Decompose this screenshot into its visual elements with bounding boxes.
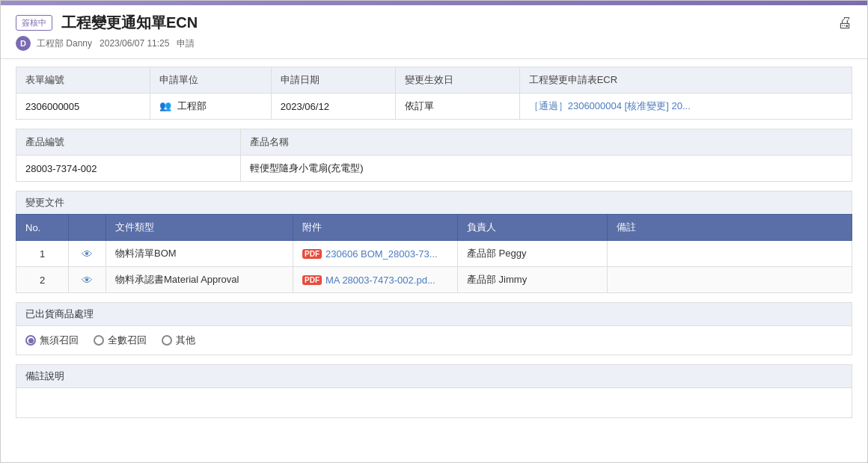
info-table: 表單編號 申請單位 申請日期 變更生效日 工程變更申請表ECR 23060000… — [16, 67, 852, 120]
product-info-table: 產品編號 產品名稱 28003-7374-002 輕便型隨身小電扇(充電型) — [16, 129, 852, 182]
page-title: 工程變更通知單ECN — [61, 13, 198, 33]
submit-datetime: 2023/06/07 11:25 — [100, 38, 169, 49]
form-number-value: 2306000005 — [16, 93, 150, 120]
eye-icon: 👁 — [82, 248, 93, 260]
doc-table: No. 文件類型 附件 負責人 備註 1 👁 物料清單BOM — [16, 214, 852, 293]
col-ecr-header: 工程變更申請表ECR — [519, 67, 852, 93]
header: 簽核中 工程變更通知單ECN 🖨 — [1, 5, 867, 33]
doc-row-2-note — [608, 267, 852, 293]
doc-row-2-no: 2 — [16, 267, 69, 293]
radio-no-recall[interactable] — [25, 335, 36, 346]
eye-icon: 👁 — [82, 274, 93, 286]
remarks-section-label: 備註說明 — [16, 364, 852, 388]
doc-row-2-attach[interactable]: PDF MA 28003-7473-002.pd... — [293, 267, 458, 293]
pdf-filename-1: 230606 BOM_28003-73... — [326, 248, 438, 260]
header-divider — [1, 58, 867, 59]
recall-label-0: 無須召回 — [40, 334, 79, 347]
product-name-value: 輕便型隨身小電扇(充電型) — [241, 156, 852, 182]
col-product-code-header: 產品編號 — [16, 129, 241, 156]
doc-col-no-header: No. — [16, 215, 69, 241]
col-date-header: 申請日期 — [271, 67, 395, 93]
page-wrapper: 簽核中 工程變更通知單ECN 🖨 D 工程部 Danny 2023/06/07 … — [0, 0, 868, 463]
submitter-name: 工程部 Danny — [37, 38, 92, 49]
recall-label-1: 全數召回 — [108, 334, 147, 347]
doc-row-2-resp: 產品部 Jimmy — [458, 267, 608, 293]
recall-options: 無須召回 全數召回 其他 — [16, 326, 852, 355]
pdf-filename-2: MA 28003-7473-002.pd... — [326, 275, 435, 286]
pdf-badge-1: PDF — [302, 249, 322, 259]
print-icon[interactable]: 🖨 — [837, 14, 852, 31]
request-date-value: 2023/06/12 — [271, 93, 395, 120]
recall-label-2: 其他 — [176, 334, 195, 347]
doc-col-note-header: 備註 — [608, 215, 852, 241]
submit-action: 申請 — [177, 38, 195, 49]
doc-row-1-note — [608, 241, 852, 267]
sub-header: D 工程部 Danny 2023/06/07 11:25 申請 — [1, 33, 867, 58]
effective-date-value: 依訂單 — [395, 93, 519, 120]
col-product-name-header: 產品名稱 — [241, 129, 852, 156]
main-content: 表單編號 申請單位 申請日期 變更生效日 工程變更申請表ECR 23060000… — [1, 67, 867, 433]
ecr-link[interactable]: ［通過］2306000004 [核准變更] 20... — [529, 100, 691, 111]
doc-col-resp-header: 負責人 — [458, 215, 608, 241]
recall-section-label: 已出貨商品處理 — [16, 302, 852, 326]
table-row: 2 👁 物料承認書Material Approval PDF MA 28003-… — [16, 267, 852, 293]
change-docs-label: 變更文件 — [16, 191, 852, 214]
pdf-badge-2: PDF — [302, 275, 322, 285]
col-effective-date-header: 變更生效日 — [395, 67, 519, 93]
dept-name: 工程部 — [177, 100, 207, 111]
recall-option-2[interactable]: 其他 — [162, 334, 195, 347]
doc-row-1-resp: 產品部 Peggy — [458, 241, 608, 267]
product-code-value: 28003-7374-002 — [16, 156, 241, 182]
recall-option-1[interactable]: 全數召回 — [94, 334, 147, 347]
recall-option-0[interactable]: 無須召回 — [25, 334, 79, 347]
doc-row-1-no: 1 — [16, 241, 69, 267]
doc-row-2-type: 物料承認書Material Approval — [106, 267, 293, 293]
doc-row-1-type: 物料清單BOM — [106, 241, 293, 267]
table-row: 1 👁 物料清單BOM PDF 230606 BOM_28003-73... 產… — [16, 241, 852, 267]
radio-all-recall[interactable] — [94, 335, 104, 346]
status-badge: 簽核中 — [16, 15, 52, 31]
col-dept-header: 申請單位 — [150, 67, 271, 93]
doc-row-1-eye[interactable]: 👁 — [69, 241, 106, 267]
dept-value: 👥 工程部 — [150, 93, 271, 120]
remarks-content — [16, 388, 852, 418]
pdf-icon-1[interactable]: PDF 230606 BOM_28003-73... — [302, 248, 438, 260]
doc-col-type-header: 文件類型 — [106, 215, 293, 241]
radio-other-recall[interactable] — [162, 335, 172, 346]
avatar: D — [16, 36, 31, 51]
doc-row-1-attach[interactable]: PDF 230606 BOM_28003-73... — [293, 241, 458, 267]
dept-icon: 👥 — [159, 100, 171, 111]
col-form-number-header: 表單編號 — [16, 67, 150, 93]
submitter-info: 工程部 Danny 2023/06/07 11:25 申請 — [37, 37, 195, 50]
doc-col-eye-header — [69, 215, 106, 241]
pdf-icon-2[interactable]: PDF MA 28003-7473-002.pd... — [302, 275, 435, 286]
doc-col-attach-header: 附件 — [293, 215, 458, 241]
header-left: 簽核中 工程變更通知單ECN — [16, 13, 198, 33]
doc-row-2-eye[interactable]: 👁 — [69, 267, 106, 293]
ecr-link-cell: ［通過］2306000004 [核准變更] 20... — [519, 93, 852, 120]
